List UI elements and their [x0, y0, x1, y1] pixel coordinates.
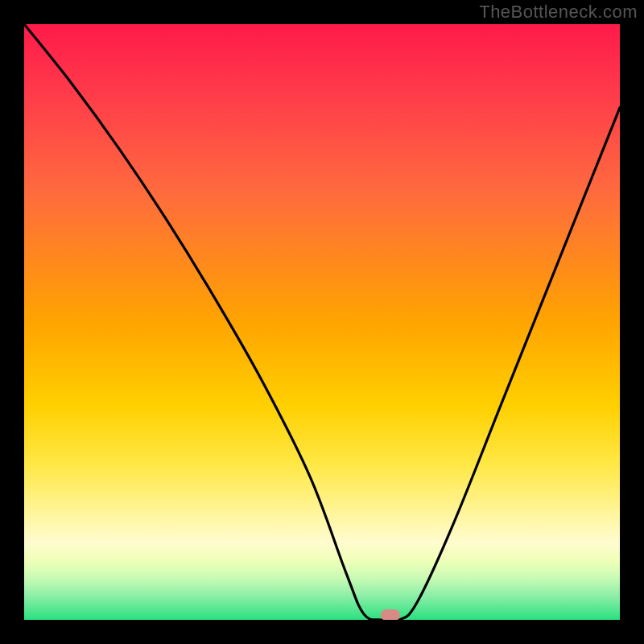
plot-area: [24, 24, 620, 620]
watermark-text: TheBottleneck.com: [479, 2, 638, 23]
optimal-marker: [381, 609, 400, 620]
chart-frame: TheBottleneck.com: [0, 0, 644, 644]
bottleneck-curve: [24, 24, 620, 620]
